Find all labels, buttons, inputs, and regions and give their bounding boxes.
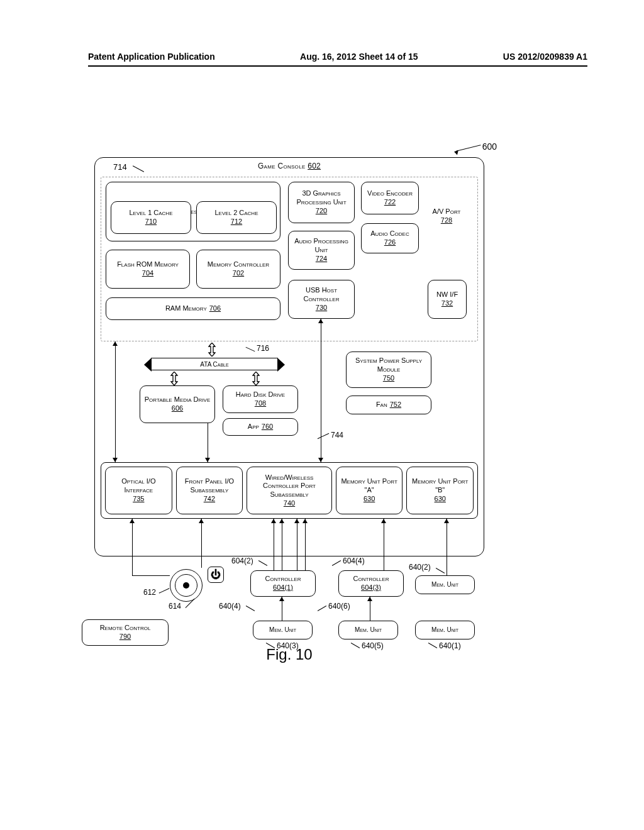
arrow-icon	[318, 319, 323, 323]
wire	[274, 519, 274, 570]
remote-control-block: Remote Control 790	[82, 619, 169, 646]
mem-unit-block: Mem. Unit	[338, 621, 398, 639]
mem-unit-block: Mem. Unit	[415, 575, 475, 594]
ref-640-5: 640(5)	[362, 641, 384, 650]
ref-744: 744	[331, 431, 343, 440]
arrow-icon	[130, 519, 135, 523]
optical-io-block: Optical I/O Interface 735	[105, 467, 172, 514]
bidir-arrow-icon	[208, 343, 216, 357]
page: Patent Application Publication Aug. 16, …	[0, 0, 644, 830]
wire	[384, 519, 384, 575]
wire	[132, 575, 170, 576]
power-button-icon: ⏻	[208, 567, 224, 583]
mem-unit-block: Mem. Unit	[415, 621, 475, 639]
ref-640-2: 640(2)	[409, 563, 431, 572]
arrow-icon	[367, 597, 372, 601]
mem-port-a-block: Memory Unit Port "A" 630	[336, 467, 403, 514]
disc-icon	[170, 569, 203, 602]
ref-604-4: 604(4)	[343, 556, 365, 565]
controller-port-block: Wired/Wireless Controller Port Subassemb…	[247, 467, 332, 514]
portable-media-drive-block: Portable Media Drive 606	[140, 385, 215, 423]
app-block: App 760	[223, 418, 298, 436]
front-panel-block: Front Panel I/O Subassembly 742	[176, 467, 243, 514]
wire	[282, 519, 282, 570]
av-port-label: A/V Port 728	[428, 208, 465, 225]
arrow-icon	[113, 341, 118, 346]
ref-640-6: 640(6)	[328, 602, 350, 611]
arrow-icon	[279, 597, 284, 601]
controller-1-block: Controller 604(1)	[250, 570, 316, 597]
arrow-icon	[318, 458, 323, 462]
wire	[201, 519, 202, 568]
usb-host-block: USB Host Controller 730	[288, 280, 355, 319]
bidir-arrow-icon	[170, 372, 179, 385]
l1-cache-block: Level 1 Cache 710	[111, 201, 191, 234]
arrow-icon	[381, 519, 386, 523]
ref-716: 716	[257, 344, 269, 353]
ref-714: 714	[113, 162, 127, 172]
gpu-block: 3D Graphics Processing Unit 720	[288, 182, 355, 223]
flash-rom-block: Flash ROM Memory 704	[106, 250, 190, 289]
header-center: Aug. 16, 2012 Sheet 14 of 15	[300, 52, 418, 62]
wire	[447, 519, 447, 575]
io-row: Optical I/O Interface 735 Front Panel I/…	[101, 462, 478, 519]
audio-proc-block: Audio Processing Unit 724	[288, 231, 355, 270]
arrow-icon	[444, 519, 449, 523]
arrow-icon	[303, 519, 308, 523]
arrow-icon	[199, 519, 204, 523]
l2-cache-block: Level 2 Cache 712	[196, 201, 277, 234]
header-right: US 2012/0209839 A1	[503, 52, 587, 62]
memory-controller-block: Memory Controller 702	[196, 250, 280, 289]
video-encoder-block: Video Encoder 722	[361, 182, 419, 214]
ref-604-2: 604(2)	[231, 556, 253, 565]
page-header: Patent Application Publication Aug. 16, …	[88, 52, 587, 67]
wire	[305, 519, 306, 570]
wire	[115, 341, 116, 462]
wire	[321, 319, 321, 462]
wire	[208, 423, 208, 462]
arrow-icon	[294, 519, 299, 523]
ref-614: 614	[169, 602, 181, 611]
bidir-arrow-icon	[252, 372, 260, 385]
ref-640-4: 640(4)	[219, 602, 241, 611]
controller-3-block: Controller 604(3)	[338, 570, 404, 597]
sys-power-block: System Power Supply Module 750	[346, 351, 431, 388]
wire	[132, 519, 133, 575]
arrow-icon	[205, 458, 210, 462]
arrow-icon	[271, 519, 276, 523]
mem-port-b-block: Memory Unit Port "B" 630	[406, 467, 474, 514]
fan-block: Fan 752	[346, 396, 431, 414]
ref-600: 600	[482, 141, 497, 152]
ref-640-1: 640(1)	[439, 641, 461, 650]
nw-if-block: NW I/F 732	[428, 280, 467, 319]
ata-cable-block: ATA Cable	[151, 358, 278, 370]
figure-caption: Fig. 10	[266, 646, 312, 663]
arrow-icon	[279, 519, 284, 523]
console-title: Game Console 602	[258, 162, 321, 170]
audio-codec-block: Audio Codec 726	[361, 223, 419, 253]
mem-unit-block: Mem. Unit	[253, 621, 313, 639]
hdd-block: Hard Disk Drive 708	[223, 385, 298, 413]
header-left: Patent Application Publication	[88, 52, 215, 62]
ram-block: RAM Memory 706	[106, 297, 280, 320]
diagram: 600 Game Console 602 714 Central Process…	[94, 141, 484, 663]
arrow-icon	[113, 458, 118, 462]
ref-612: 612	[143, 588, 156, 597]
wire	[297, 519, 297, 570]
